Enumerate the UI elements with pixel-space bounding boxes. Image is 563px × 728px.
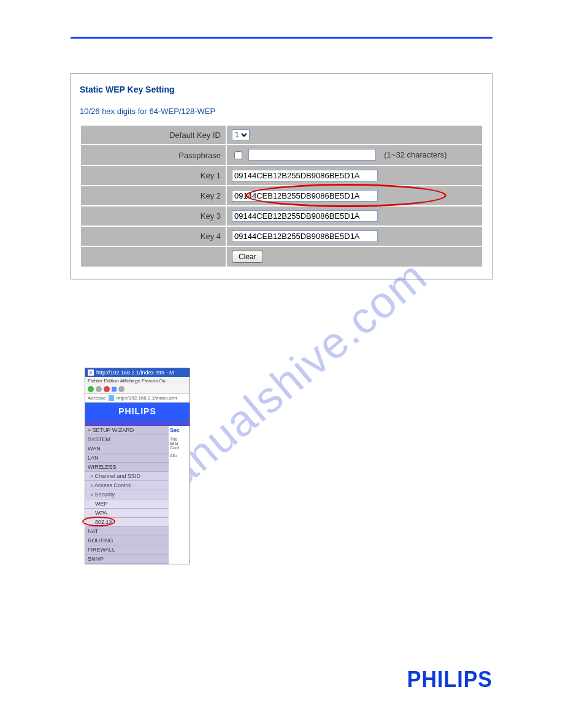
browser-titlebar: e http://192.168.2.1/index.stm - M — [85, 368, 190, 377]
page-header-rule — [71, 37, 492, 39]
address-value: http://192.168.2.1/index.stm — [117, 395, 177, 401]
key4-input[interactable] — [232, 230, 378, 242]
wep-form-table: Default Key ID 1 Passphrase (1~32 charac… — [80, 124, 483, 268]
nav-item[interactable]: SYSTEM — [85, 435, 169, 444]
nav-item[interactable]: WIRELESS — [85, 463, 169, 472]
nav-item[interactable]: WPA — [85, 509, 169, 518]
key2-label: Key 2 — [80, 186, 226, 206]
content-text-4: Allo — [170, 453, 188, 458]
address-label: Adresse — [88, 395, 105, 401]
nav-item[interactable]: » Access Control — [85, 481, 169, 490]
clear-row-spacer — [80, 246, 226, 267]
key4-label: Key 4 — [80, 226, 226, 246]
nav-item[interactable]: » Channel and SSID — [85, 472, 169, 481]
panel-subtitle: 10/26 hex digits for 64-WEP/128-WEP — [80, 107, 483, 116]
key2-input[interactable] — [232, 190, 378, 202]
default-key-id-select[interactable]: 1 — [232, 129, 250, 140]
stop-icon[interactable] — [104, 386, 110, 392]
home-icon[interactable] — [118, 386, 124, 392]
refresh-icon[interactable] — [112, 387, 117, 392]
content-heading: Sec — [170, 427, 188, 433]
nav-item[interactable]: FIREWALL — [85, 545, 169, 555]
nav-item[interactable]: NAT — [85, 527, 169, 536]
nav-item[interactable]: SNMP — [85, 555, 169, 564]
philips-footer-logo: PHILIPS — [407, 666, 492, 692]
content-pane: Sec The setu Conf Allo — [169, 426, 190, 564]
passphrase-label: Passphrase — [80, 145, 226, 165]
key3-input[interactable] — [232, 210, 378, 222]
nav-item[interactable]: 802.1X — [85, 518, 169, 527]
content-text-3: Conf — [170, 446, 188, 450]
browser-menubar: Fichier Edition Affichage Favoris Ou — [85, 377, 190, 385]
default-key-id-label: Default Key ID — [80, 125, 226, 145]
panel-title: Static WEP Key Setting — [80, 85, 483, 94]
browser-toolbar — [85, 385, 190, 394]
nav-item[interactable]: WEP — [85, 499, 169, 509]
nav-item[interactable]: LAN — [85, 453, 169, 463]
browser-address-bar: Adresse http://192.168.2.1/index.stm — [85, 394, 190, 403]
content-text-2: setu — [170, 441, 188, 446]
key1-label: Key 1 — [80, 165, 226, 186]
nav-item[interactable]: ROUTING — [85, 536, 169, 545]
nav-item[interactable]: » SETUP WIZARD — [85, 426, 169, 435]
key1-input[interactable] — [232, 170, 378, 181]
browser-title: http://192.168.2.1/index.stm - M — [96, 370, 174, 376]
content-text-1: The — [170, 437, 188, 441]
passphrase-checkbox[interactable] — [234, 151, 242, 159]
nav-item[interactable]: » Security — [85, 490, 169, 499]
ie-icon: e — [88, 370, 94, 376]
nav-item[interactable]: WAN — [85, 444, 169, 453]
page-icon — [109, 395, 114, 401]
key3-label: Key 3 — [80, 206, 226, 226]
philips-header-logo: PHILIPS — [85, 403, 190, 420]
browser-screenshot: e http://192.168.2.1/index.stm - M Fichi… — [85, 368, 190, 564]
forward-icon[interactable] — [96, 386, 102, 392]
passphrase-input[interactable] — [248, 149, 376, 161]
back-icon[interactable] — [88, 386, 94, 392]
router-nav: » SETUP WIZARDSYSTEMWANLANWIRELESS» Chan… — [85, 426, 190, 564]
wep-settings-panel: Static WEP Key Setting 10/26 hex digits … — [71, 73, 492, 279]
passphrase-hint: (1~32 characters) — [384, 150, 446, 159]
clear-button[interactable]: Clear — [232, 251, 263, 263]
header-band — [85, 420, 190, 426]
